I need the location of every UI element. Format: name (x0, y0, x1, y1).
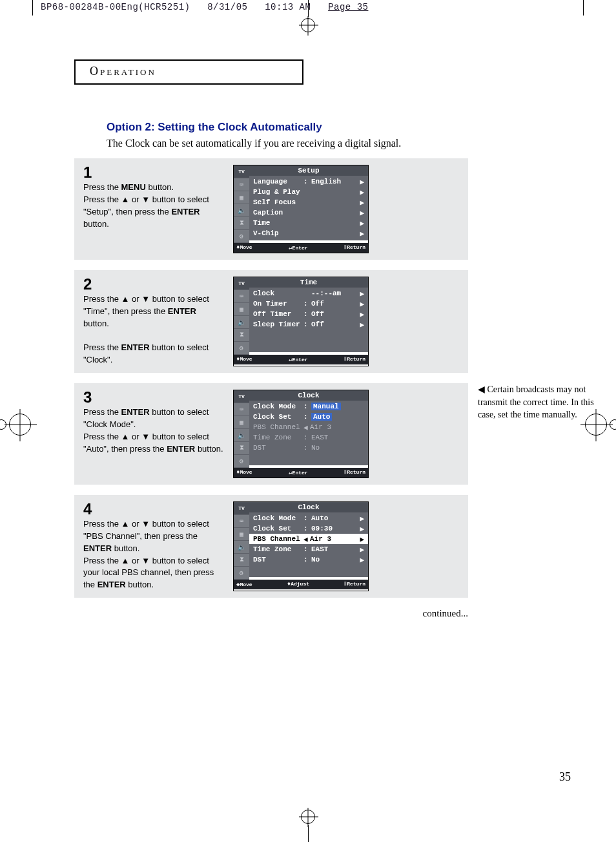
foot-move: ♦Move (236, 356, 252, 363)
crop-mark-tr (563, 0, 584, 16)
osd-tabs: TV ⌨ ▦ 🔈 ⧗ ⚙ (234, 277, 249, 355)
tab-tv-icon: TV (234, 390, 249, 403)
page-content: Operation Option 2: Setting the Clock Au… (74, 59, 571, 619)
foot-enter: ↵Enter (289, 356, 307, 363)
tab-settings-icon: ⚙ (234, 230, 249, 243)
tab-settings-icon: ⚙ (234, 342, 249, 355)
right-register-outer (610, 419, 616, 430)
option-heading: Option 2: Setting the Clock Automaticall… (107, 121, 571, 134)
tab-tv-icon: TV (234, 165, 249, 178)
foot-return: ⦀Return (344, 356, 365, 363)
step-block-1: 1 Press the MENU button.Press the ▲ or ▼… (74, 158, 468, 260)
print-date: 8/31/05 (207, 2, 247, 12)
tab-timer-icon: ⧗ (234, 442, 249, 455)
bottom-register-circle (301, 810, 315, 824)
section-title: Operation (90, 65, 156, 78)
tab-picture-icon: ▦ (234, 416, 249, 429)
side-note: ◀ Certain broadcasts may not transmit th… (478, 383, 594, 421)
osd-clock-auto: TV ⌨ ▦ 🔈 ⧗ ⚙ Clock Clock Mode:Auto▶Clock… (233, 501, 369, 591)
osd-rows: Clock Mode:ManualClock Set:AutoPBS Chann… (249, 401, 368, 465)
osd-rows: Clock Mode:Auto▶Clock Set:09:30▶PBS Chan… (249, 512, 368, 577)
osd-setup: TV ⌨ ▦ 🔈 ⧗ ⚙ Setup Language:English▶Plug… (233, 165, 369, 253)
tab-timer-icon: ⧗ (234, 329, 249, 342)
step-block-4: 4 Press the ▲ or ▼ button to select "PBS… (74, 495, 468, 598)
tab-remote-icon: ⌨ (234, 403, 249, 416)
step-number: 1 (83, 165, 224, 180)
continued-label: continued... (74, 608, 468, 619)
step-block-2: 2 Press the ▲ or ▼ button to select "Tim… (74, 270, 468, 373)
tab-settings-icon: ⚙ (234, 567, 249, 580)
osd-footer: ♦Move ↵Enter ⦀Return (234, 468, 368, 478)
foot-return: ⦀Return (344, 469, 365, 476)
osd-tabs: TV ⌨ ▦ 🔈 ⧗ ⚙ (234, 502, 249, 580)
foot-enter: ↵Enter (289, 469, 307, 476)
tab-tv-icon: TV (234, 502, 249, 515)
tab-picture-icon: ▦ (234, 528, 249, 541)
print-file: BP68-00284B-00Eng(HCR5251) (41, 2, 190, 12)
step-text: Press the MENU button.Press the ▲ or ▼ b… (83, 182, 224, 230)
osd-footer: ♦Move ↵Enter ⦀Return (234, 243, 368, 253)
osd-clock-manual: TV ⌨ ▦ 🔈 ⧗ ⚙ Clock Clock Mode:ManualCloc… (233, 390, 369, 478)
osd-rows: Clock--:--am▶On Timer:Off▶Off Timer:Off▶… (249, 288, 368, 352)
tab-timer-icon: ⧗ (234, 554, 249, 567)
left-register-mark (9, 414, 31, 436)
step-number: 4 (83, 501, 224, 517)
osd-title: Clock (249, 390, 368, 401)
step-text: Press the ENTER button to select "Clock … (83, 406, 224, 455)
foot-move: ◆Move (236, 581, 252, 588)
tab-sound-icon: 🔈 (234, 204, 249, 217)
osd-title: Setup (249, 165, 368, 176)
tab-picture-icon: ▦ (234, 303, 249, 316)
osd-title: Time (249, 277, 368, 288)
osd-time: TV ⌨ ▦ 🔈 ⧗ ⚙ Time Clock--:--am▶On Timer:… (233, 277, 369, 366)
foot-move: ♦Move (236, 244, 252, 251)
osd-tabs: TV ⌨ ▦ 🔈 ⧗ ⚙ (234, 165, 249, 243)
foot-move: ♦Move (236, 469, 252, 476)
osd-footer: ♦Move ↵Enter ⦀Return (234, 355, 368, 364)
foot-adjust: ♦Adjust (287, 581, 309, 588)
step-number: 2 (83, 277, 224, 292)
foot-return: ⦀Return (344, 581, 365, 588)
tab-picture-icon: ▦ (234, 191, 249, 204)
tab-sound-icon: 🔈 (234, 541, 249, 554)
osd-footer: ◆Move ♦Adjust ⦀Return (234, 580, 368, 589)
tab-settings-icon: ⚙ (234, 455, 249, 468)
step-text: Press the ▲ or ▼ button to select "Time"… (83, 293, 224, 366)
foot-return: ⦀Return (344, 244, 365, 251)
tab-tv-icon: TV (234, 277, 249, 290)
bottom-center-tick (308, 825, 309, 842)
osd-tabs: TV ⌨ ▦ 🔈 ⧗ ⚙ (234, 390, 249, 468)
tab-timer-icon: ⧗ (234, 217, 249, 230)
step-text: Press the ▲ or ▼ button to select "PBS C… (83, 518, 224, 591)
left-register-outer (0, 419, 6, 430)
step-number: 3 (83, 390, 224, 405)
tab-remote-icon: ⌨ (234, 515, 249, 528)
tab-remote-icon: ⌨ (234, 178, 249, 191)
option-description: The Clock can be set automatically if yo… (107, 138, 571, 149)
osd-rows: Language:English▶Plug & Play▶Self Focus▶… (249, 176, 368, 240)
print-time: 10:13 AM (265, 2, 311, 12)
tab-sound-icon: 🔈 (234, 316, 249, 329)
osd-title: Clock (249, 502, 368, 512)
top-register-circle (301, 18, 315, 32)
print-header: BP68-00284B-00Eng(HCR5251) 8/31/05 10:13… (41, 2, 368, 12)
foot-enter: ↵Enter (289, 244, 307, 251)
page-number: 35 (559, 770, 571, 784)
tab-sound-icon: 🔈 (234, 429, 249, 442)
step-block-3: 3 Press the ENTER button to select "Cloc… (74, 383, 468, 485)
print-page: Page 35 (328, 2, 368, 12)
tab-remote-icon: ⌨ (234, 290, 249, 303)
section-title-box: Operation (74, 59, 303, 85)
